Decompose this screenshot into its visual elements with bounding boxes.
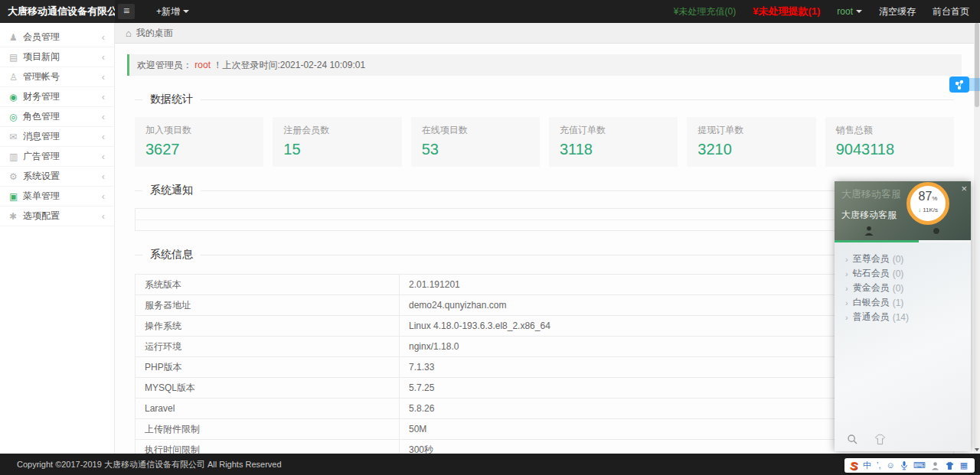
keyboard-icon[interactable]: ⌨ xyxy=(913,458,926,473)
chat-header: 大唐移动客服 大唐移动客服 xyxy=(835,181,971,240)
group-label: 白银会员 xyxy=(853,296,890,309)
options-icon: ✱ xyxy=(9,211,23,222)
table-row: 上传附件限制 50M xyxy=(136,419,954,440)
sidebar-item-news[interactable]: ▤ 项目新闻 xyxy=(0,47,114,67)
sysinfo-label: MYSQL版本 xyxy=(136,378,400,399)
mic-icon[interactable] xyxy=(900,460,908,470)
chevron-left-icon xyxy=(102,51,105,63)
chat-group-diamond[interactable]: 钻石会员 (0) xyxy=(835,266,971,281)
sidebar-item-label: 财务管理 xyxy=(23,90,102,103)
message-icon: ✉ xyxy=(9,132,23,142)
stat-label: 销售总额 xyxy=(836,124,943,137)
sidebar-item-ads[interactable]: ▥ 广告管理 xyxy=(0,147,114,167)
sidebar-item-roles[interactable]: ◎ 角色管理 xyxy=(0,107,114,127)
person-icon[interactable] xyxy=(864,226,874,236)
username-label: root xyxy=(837,6,853,17)
close-icon[interactable] xyxy=(961,183,967,194)
footer-copyright: Copyright ©2017-2019 大唐移动通信设备有限公司 All Ri… xyxy=(0,454,980,475)
stats-cards: 加入项目数 3627 注册会员数 15 在线项目数 53 充值订单数 3118 … xyxy=(135,117,954,167)
stat-card-withdraw-orders: 提现订单数 3210 xyxy=(687,117,815,167)
ad-icon: ▥ xyxy=(9,151,23,162)
chevron-left-icon xyxy=(102,31,105,43)
stat-value: 53 xyxy=(422,141,529,158)
chat-group-gold[interactable]: 黄金会员 (0) xyxy=(835,281,971,295)
chevron-right-icon xyxy=(845,298,848,307)
role-icon: ◎ xyxy=(9,112,23,122)
stat-label: 在线项目数 xyxy=(422,124,529,137)
sidebar-item-accounts[interactable]: ♙ 管理帐号 xyxy=(0,67,114,87)
breadcrumb: 我的桌面 xyxy=(115,23,974,44)
app-logo: 大唐移动通信设备有限公 xyxy=(0,0,115,23)
sidebar-item-members[interactable]: ♟ 会员管理 xyxy=(0,28,114,47)
group-label: 普通会员 xyxy=(853,311,890,324)
account-icon[interactable] xyxy=(931,461,939,470)
sidebar-item-messages[interactable]: ✉ 消息管理 xyxy=(0,127,114,147)
toolbox-grid-icon[interactable]: ▦ xyxy=(960,458,968,473)
stat-card-total-sales: 销售总额 9043118 xyxy=(825,117,954,167)
chevron-left-icon xyxy=(102,71,105,83)
pending-withdraw-link[interactable]: ¥未处理提款(1) xyxy=(753,5,820,18)
netdisk-share-button[interactable] xyxy=(949,76,969,93)
chevron-left-icon xyxy=(102,91,105,102)
skin-tshirt-icon[interactable] xyxy=(874,434,887,445)
notice-section: 系统通知 xyxy=(135,184,954,231)
welcome-alert: 欢迎管理员： root ！上次登录时间:2021-02-24 10:09:01 xyxy=(127,54,962,76)
sysinfo-label: 运行环境 xyxy=(136,337,400,357)
front-home-link[interactable]: 前台首页 xyxy=(933,5,969,18)
finance-icon: ◉ xyxy=(9,92,23,102)
chinese-mode-icon[interactable]: 中 xyxy=(863,458,871,473)
sogou-logo[interactable]: S xyxy=(850,458,858,473)
chat-group-silver[interactable]: 白银会员 (1) xyxy=(835,295,971,310)
sidebar-item-menus[interactable]: ▣ 菜单管理 xyxy=(0,187,114,207)
chat-status-icon[interactable] xyxy=(933,227,940,235)
stat-value: 15 xyxy=(283,141,390,158)
search-icon[interactable] xyxy=(847,434,858,445)
chevron-left-icon xyxy=(102,131,105,142)
sidebar-item-settings[interactable]: ⚙ 系统设置 xyxy=(0,167,114,187)
sidebar-item-label: 系统设置 xyxy=(23,170,102,183)
sysinfo-section: 系统信息 系统版本 2.01.191201 服务器地址 demo24.qunyi… xyxy=(135,248,954,454)
clear-cache-button[interactable]: 清空缓存 xyxy=(879,5,916,18)
punctuation-icon[interactable]: ’, xyxy=(877,458,881,473)
sidebar-item-options[interactable]: ✱ 选项配置 xyxy=(0,207,114,226)
user-dropdown[interactable]: root xyxy=(837,6,862,17)
chevron-left-icon xyxy=(102,190,105,202)
add-new-dropdown[interactable]: +新增 xyxy=(156,5,189,18)
skin-tshirt-icon[interactable] xyxy=(945,461,955,470)
stat-card-registered-members: 注册会员数 15 xyxy=(273,117,401,167)
chevron-right-icon xyxy=(845,269,848,278)
sysinfo-label: 服务器地址 xyxy=(136,295,400,316)
speed-percent-badge[interactable]: 87% ↓ 11K/s xyxy=(906,182,949,225)
table-row: Laravel 5.8.26 xyxy=(136,399,954,419)
chat-group-supreme[interactable]: 至尊会员 (0) xyxy=(835,252,971,266)
group-count: (14) xyxy=(893,312,909,323)
top-header: 大唐移动通信设备有限公 +新增 ¥未处理充值(0) ¥未处理提款(1) root… xyxy=(0,0,980,23)
scrollbar-thumb[interactable] xyxy=(975,23,979,107)
emoji-icon[interactable]: ☺ xyxy=(887,458,895,473)
chevron-left-icon xyxy=(102,210,105,222)
add-new-label: +新增 xyxy=(156,5,180,18)
sidebar-item-label: 会员管理 xyxy=(23,31,102,44)
sidebar-item-label: 消息管理 xyxy=(23,130,102,143)
pending-recharge-link[interactable]: ¥未处理充值(0) xyxy=(674,5,736,18)
netdisk-tab-extension xyxy=(968,78,980,91)
stat-label: 提现订单数 xyxy=(697,124,805,137)
menu-toggle-icon[interactable] xyxy=(118,4,135,19)
sysinfo-table: 系统版本 2.01.191201 服务器地址 demo24.qunyizhan.… xyxy=(135,274,954,454)
sidebar-item-finance[interactable]: ◉ 财务管理 xyxy=(0,87,114,107)
scrollbar-down-arrow-icon[interactable] xyxy=(975,448,979,451)
stat-value: 3118 xyxy=(560,141,667,158)
group-label: 钻石会员 xyxy=(853,267,890,280)
chat-group-list: 至尊会员 (0) 钻石会员 (0) 黄金会员 (0) 白银会员 (1) 普通会员… xyxy=(835,242,971,451)
cluster-icon xyxy=(952,79,966,91)
stat-value: 3210 xyxy=(697,141,805,158)
sidebar-nav: ♟ 会员管理 ▤ 项目新闻 ♙ 管理帐号 ◉ 财务管理 ◎ 角色管理 ✉ 消息管… xyxy=(0,23,115,454)
sysinfo-label: 系统版本 xyxy=(136,275,400,295)
group-label: 黄金会员 xyxy=(853,281,890,294)
sidebar-item-label: 项目新闻 xyxy=(23,50,102,63)
speed-value: 11K/s xyxy=(923,207,938,213)
chat-group-normal[interactable]: 普通会员 (14) xyxy=(835,310,971,324)
header-actions: ¥未处理充值(0) ¥未处理提款(1) root 清空缓存 前台首页 xyxy=(674,5,980,18)
table-row: 服务器地址 demo24.qunyizhan.com xyxy=(136,295,954,316)
breadcrumb-label[interactable]: 我的桌面 xyxy=(136,27,173,40)
